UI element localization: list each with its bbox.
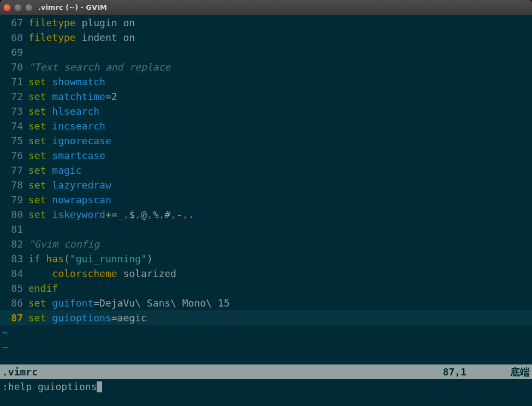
line-number: 77 <box>0 163 26 178</box>
code-line[interactable]: 85endif <box>0 281 532 296</box>
code-content[interactable]: set iskeyword+=_,$,@,%,#,-,. <box>26 207 194 222</box>
code-content[interactable]: endif <box>26 281 58 296</box>
code-line[interactable]: 83if has("gui_running") <box>0 251 532 266</box>
code-line[interactable]: 68filetype indent on <box>0 30 532 45</box>
code-line[interactable]: 70"Text search and replace <box>0 60 532 74</box>
code-content[interactable]: set hlsearch <box>26 104 99 119</box>
command-text: :help guioptions <box>2 379 97 394</box>
code-line[interactable]: 86set guifont=DejaVu\ Sans\ Mono\ 15 <box>0 296 532 310</box>
code-line[interactable]: 80set iskeyword+=_,$,@,%,#,-,. <box>0 207 532 222</box>
empty-line: ~ <box>0 325 532 340</box>
line-number: 83 <box>0 251 26 266</box>
status-filename: .vimrc <box>2 364 38 379</box>
code-content[interactable]: set nowrapscan <box>26 192 111 207</box>
code-line[interactable]: 69 <box>0 45 532 60</box>
line-number: 69 <box>0 45 26 60</box>
editor: 67filetype plugin on68filetype indent on… <box>0 15 532 406</box>
code-content[interactable]: set ignorecase <box>26 133 111 148</box>
code-content[interactable]: "Text search and replace <box>26 60 170 74</box>
code-line[interactable]: 72set matchtime=2 <box>0 89 532 104</box>
code-content[interactable]: filetype plugin on <box>26 15 135 30</box>
code-line[interactable]: 75set ignorecase <box>0 133 532 148</box>
code-line[interactable]: 77set magic <box>0 163 532 178</box>
code-content[interactable]: set lazyredraw <box>26 178 111 192</box>
line-number: 68 <box>0 30 26 45</box>
code-content[interactable]: set showmatch <box>26 74 105 89</box>
bottom-pad <box>0 394 532 406</box>
line-number: 72 <box>0 89 26 104</box>
code-line[interactable]: 81 <box>0 222 532 237</box>
code-line[interactable]: 76set smartcase <box>0 148 532 163</box>
status-location: 底端 <box>510 364 530 379</box>
titlebar[interactable]: .vimrc (~) - GVIM <box>0 0 532 15</box>
line-number: 76 <box>0 148 26 163</box>
status-position: 87,1 <box>443 364 466 379</box>
code-line[interactable]: 67filetype plugin on <box>0 15 532 30</box>
line-number: 79 <box>0 192 26 207</box>
status-line: .vimrc 87,1 底端 <box>0 364 532 379</box>
code-content[interactable]: colorscheme solarized <box>26 266 176 281</box>
line-number: 75 <box>0 133 26 148</box>
code-line[interactable]: 74set incsearch <box>0 119 532 133</box>
line-number: 78 <box>0 178 26 192</box>
code-line[interactable]: 71set showmatch <box>0 74 532 89</box>
command-line[interactable]: :help guioptions <box>0 379 532 394</box>
window-title: .vimrc (~) - GVIM <box>38 3 107 11</box>
line-number: 74 <box>0 119 26 133</box>
code-content[interactable] <box>26 45 28 60</box>
code-content[interactable]: set magic <box>26 163 82 178</box>
code-line[interactable]: 84 colorscheme solarized <box>0 266 532 281</box>
close-icon[interactable] <box>3 4 11 11</box>
code-content[interactable] <box>26 222 28 237</box>
line-number: 81 <box>0 222 26 237</box>
code-content[interactable]: set smartcase <box>26 148 105 163</box>
code-line[interactable]: 78set lazyredraw <box>0 178 532 192</box>
code-content[interactable]: set matchtime=2 <box>26 89 117 104</box>
line-number: 87 <box>0 310 26 325</box>
minimize-icon[interactable] <box>14 4 22 11</box>
code-line[interactable]: 79set nowrapscan <box>0 192 532 207</box>
code-content[interactable]: filetype indent on <box>26 30 135 45</box>
empty-line: ~ <box>0 340 532 355</box>
line-number: 80 <box>0 207 26 222</box>
code-content[interactable]: "Gvim config <box>26 237 99 251</box>
code-content[interactable]: set guioptions=aegic <box>26 310 147 325</box>
line-number: 70 <box>0 60 26 74</box>
maximize-icon[interactable] <box>25 4 33 11</box>
cursor-icon <box>97 381 102 392</box>
editor-body[interactable]: 67filetype plugin on68filetype indent on… <box>0 15 532 364</box>
code-line[interactable]: 82"Gvim config <box>0 237 532 251</box>
code-line[interactable]: 87set guioptions=aegic <box>0 310 532 325</box>
line-number: 71 <box>0 74 26 89</box>
code-line[interactable]: 73set hlsearch <box>0 104 532 119</box>
line-number: 73 <box>0 104 26 119</box>
line-number: 85 <box>0 281 26 296</box>
line-number: 67 <box>0 15 26 30</box>
line-number: 86 <box>0 296 26 310</box>
code-content[interactable]: set incsearch <box>26 119 105 133</box>
line-number: 84 <box>0 266 26 281</box>
gvim-window: .vimrc (~) - GVIM 67filetype plugin on68… <box>0 0 532 406</box>
code-content[interactable]: set guifont=DejaVu\ Sans\ Mono\ 15 <box>26 296 229 310</box>
code-content[interactable]: if has("gui_running") <box>26 251 153 266</box>
line-number: 82 <box>0 237 26 251</box>
